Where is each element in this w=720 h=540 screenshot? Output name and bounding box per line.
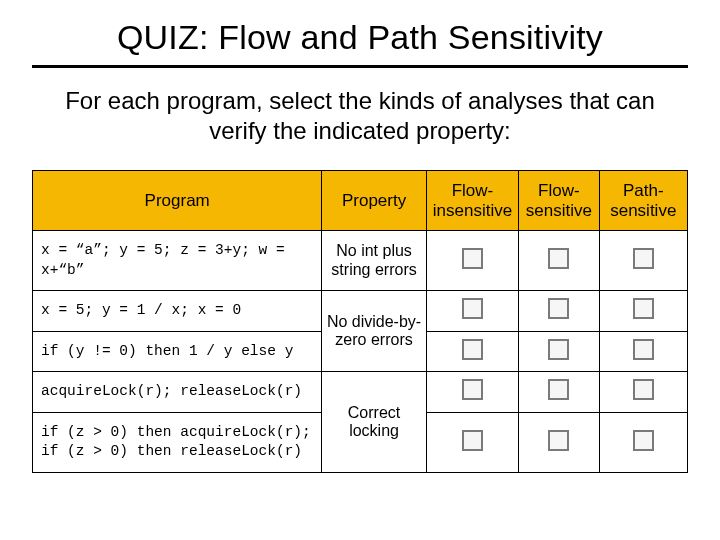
checkbox[interactable] [633, 430, 654, 451]
slide-subtitle: For each program, select the kinds of an… [42, 86, 678, 146]
slide-title: QUIZ: Flow and Path Sensitivity [32, 18, 688, 68]
checkbox-cell-flow-insensitive [426, 231, 518, 291]
property-cell: No divide-by-zero errors [322, 291, 426, 372]
table-row: x = “a”; y = 5; z = 3+y; w = x+“b”No int… [33, 231, 688, 291]
checkbox[interactable] [462, 379, 483, 400]
program-cell: if (z > 0) then acquireLock(r); if (z > … [33, 412, 322, 472]
checkbox[interactable] [548, 339, 569, 360]
checkbox[interactable] [633, 379, 654, 400]
checkbox-cell-flow-insensitive [426, 412, 518, 472]
checkbox-cell-path-sensitive [599, 412, 687, 472]
checkbox[interactable] [548, 430, 569, 451]
checkbox-cell-path-sensitive [599, 372, 687, 413]
table-row: x = 5; y = 1 / x; x = 0No divide-by-zero… [33, 291, 688, 332]
slide: QUIZ: Flow and Path Sensitivity For each… [0, 0, 720, 540]
property-cell: No int plus string errors [322, 231, 426, 291]
col-header-flow-insensitive: Flow-insensitive [426, 171, 518, 231]
checkbox-cell-flow-sensitive [519, 291, 599, 332]
quiz-table-body: x = “a”; y = 5; z = 3+y; w = x+“b”No int… [33, 231, 688, 473]
checkbox[interactable] [462, 248, 483, 269]
checkbox-cell-flow-sensitive [519, 231, 599, 291]
program-cell: x = “a”; y = 5; z = 3+y; w = x+“b” [33, 231, 322, 291]
col-header-property: Property [322, 171, 426, 231]
checkbox[interactable] [633, 298, 654, 319]
checkbox[interactable] [548, 298, 569, 319]
col-header-path-sensitive: Path-sensitive [599, 171, 687, 231]
checkbox-cell-flow-insensitive [426, 291, 518, 332]
checkbox-cell-flow-insensitive [426, 372, 518, 413]
checkbox-cell-path-sensitive [599, 231, 687, 291]
checkbox[interactable] [548, 379, 569, 400]
program-cell: acquireLock(r); releaseLock(r) [33, 372, 322, 413]
quiz-table: Program Property Flow-insensitive Flow-s… [32, 170, 688, 473]
checkbox-cell-flow-insensitive [426, 331, 518, 372]
program-cell: x = 5; y = 1 / x; x = 0 [33, 291, 322, 332]
checkbox[interactable] [633, 248, 654, 269]
checkbox-cell-path-sensitive [599, 331, 687, 372]
checkbox[interactable] [633, 339, 654, 360]
checkbox-cell-flow-sensitive [519, 412, 599, 472]
col-header-flow-sensitive: Flow-sensitive [519, 171, 599, 231]
table-row: acquireLock(r); releaseLock(r)Correct lo… [33, 372, 688, 413]
checkbox-cell-flow-sensitive [519, 331, 599, 372]
checkbox[interactable] [462, 430, 483, 451]
checkbox-cell-flow-sensitive [519, 372, 599, 413]
program-cell: if (y != 0) then 1 / y else y [33, 331, 322, 372]
checkbox-cell-path-sensitive [599, 291, 687, 332]
checkbox[interactable] [462, 298, 483, 319]
checkbox[interactable] [548, 248, 569, 269]
checkbox[interactable] [462, 339, 483, 360]
property-cell: Correct locking [322, 372, 426, 473]
col-header-program: Program [33, 171, 322, 231]
